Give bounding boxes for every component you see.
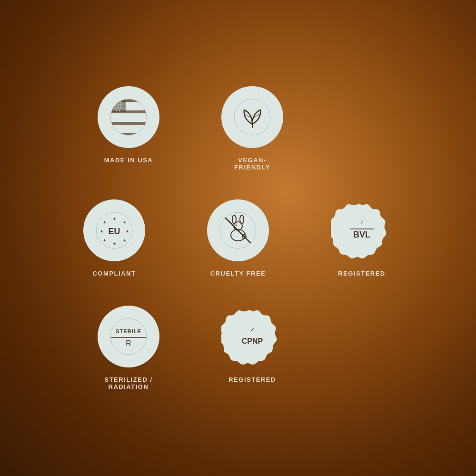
cruelty-free-badge-circle — [207, 199, 269, 261]
vegan-badge-circle — [221, 86, 283, 148]
bvl-label: REGISTERED — [338, 270, 386, 277]
eu-badge-circle: ★ ★ ★ ★ ★ ★ ★ ★ EU — [83, 199, 145, 261]
svg-point-35 — [236, 224, 237, 226]
sterile-label: STERILIZED / RADIATION — [98, 376, 159, 390]
badge-eu: ★ ★ ★ ★ ★ ★ ★ ★ EU COMPLIANT — [83, 199, 145, 277]
badge-made-in-usa: ★ ★ ★ ★ ★ ★ ★ ★ ★ ★ ★ MADE IN USA — [98, 86, 159, 164]
svg-rect-5 — [110, 116, 147, 119]
sterile-icon: STERILE R — [107, 315, 150, 358]
sterile-badge-circle: STERILE R — [98, 306, 159, 367]
svg-text:★: ★ — [123, 220, 126, 225]
svg-text:★: ★ — [126, 229, 129, 234]
flag-icon: ★ ★ ★ ★ ★ ★ ★ ★ ★ ★ ★ — [107, 96, 150, 139]
svg-point-15 — [231, 96, 273, 138]
svg-text:✓: ✓ — [360, 219, 364, 225]
made-in-usa-label: MADE IN USA — [104, 157, 153, 164]
bvl-seal-icon: ✓ BVL — [331, 199, 393, 261]
cpnp-label: REGISTERED — [228, 376, 276, 383]
badge-vegan: VEGAN-FRIENDLY — [221, 86, 283, 171]
svg-text:★: ★ — [100, 229, 103, 234]
svg-rect-6 — [110, 122, 147, 125]
svg-text:BVL: BVL — [353, 230, 370, 239]
svg-text:EU: EU — [108, 227, 120, 236]
badge-bvl: ✓ BVL REGISTERED — [331, 199, 393, 277]
vegan-label: VEGAN-FRIENDLY — [221, 157, 283, 171]
svg-text:★: ★ — [123, 238, 126, 243]
eu-icon: ★ ★ ★ ★ ★ ★ ★ ★ EU — [93, 209, 136, 252]
svg-point-41 — [108, 316, 149, 357]
svg-text:★: ★ — [113, 217, 116, 221]
badge-sterile: STERILE R STERILIZED / RADIATION — [98, 306, 159, 390]
eu-label: COMPLIANT — [93, 270, 136, 277]
svg-text:★: ★ — [113, 242, 116, 246]
svg-text:★: ★ — [103, 220, 106, 225]
svg-text:★: ★ — [103, 238, 106, 243]
svg-text:★ ★: ★ ★ — [116, 109, 120, 112]
svg-text:STERILE: STERILE — [116, 328, 141, 334]
rabbit-icon — [217, 209, 259, 252]
svg-text:R: R — [126, 339, 131, 347]
usa-badge-circle: ★ ★ ★ ★ ★ ★ ★ ★ ★ ★ ★ — [98, 86, 159, 148]
cruelty-free-label: CRUELTY FREE — [210, 270, 266, 277]
svg-text:✓: ✓ — [250, 326, 255, 333]
badge-cpnp: ✓ CPNP REGISTERED — [221, 306, 283, 383]
cpnp-seal-icon: ✓ CPNP — [221, 306, 283, 367]
svg-text:CPNP: CPNP — [242, 337, 263, 345]
badge-cruelty-free: CRUELTY FREE — [207, 199, 269, 277]
leaf-icon — [231, 96, 274, 139]
badges-grid: ★ ★ ★ ★ ★ ★ ★ ★ ★ ★ ★ MADE IN USA — [71, 86, 405, 390]
